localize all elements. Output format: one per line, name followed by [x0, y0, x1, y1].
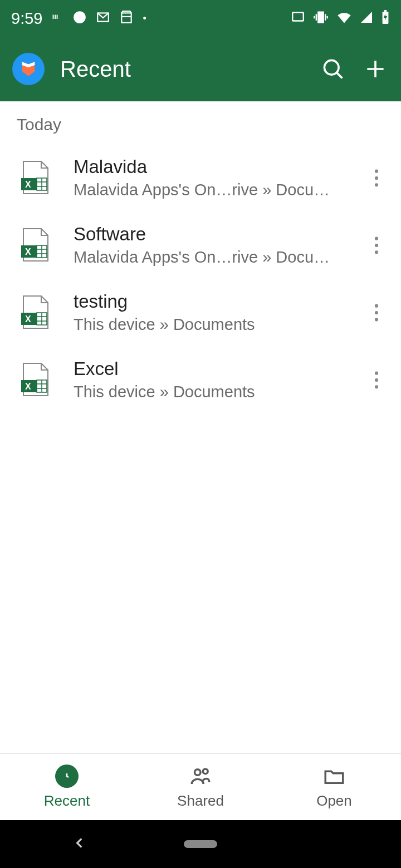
more-vertical-icon	[374, 169, 379, 187]
svg-rect-6	[384, 10, 387, 12]
excel-file-icon: X	[20, 362, 50, 398]
bottom-nav: Recent Shared Open	[0, 753, 401, 820]
svg-text:X: X	[25, 314, 31, 324]
file-more-button[interactable]	[363, 232, 390, 259]
excel-file-icon: X	[20, 228, 50, 263]
recent-icon	[55, 765, 79, 788]
svg-text:X: X	[25, 247, 31, 257]
svg-rect-2	[122, 13, 131, 22]
file-info: Software Malavida Apps's On…rive » Docum…	[74, 224, 340, 267]
file-location: Malavida Apps's On…rive » Documents	[74, 248, 340, 267]
file-location: This device » Documents	[74, 315, 340, 334]
file-more-button[interactable]	[363, 165, 390, 191]
excel-file-icon: X	[20, 295, 50, 331]
file-item[interactable]: X Software Malavida Apps's On…rive » Doc…	[0, 211, 401, 279]
search-button[interactable]	[320, 56, 346, 82]
search-icon	[321, 57, 345, 81]
system-nav-bar	[0, 820, 401, 868]
svg-point-25	[375, 250, 378, 254]
wifi-icon	[336, 9, 352, 27]
vibrate-icon	[313, 9, 329, 27]
svg-point-42	[375, 378, 378, 381]
nav-label: Shared	[177, 792, 224, 810]
nav-shared[interactable]: Shared	[134, 754, 267, 820]
svg-point-43	[375, 385, 378, 388]
svg-rect-4	[318, 12, 323, 23]
file-name: Excel	[74, 358, 340, 379]
system-back-button[interactable]	[72, 836, 87, 852]
svg-text:X: X	[25, 180, 31, 189]
status-left: 9:59 •	[11, 9, 146, 28]
content[interactable]: Today X Malavida Malavida Apps's On…rive…	[0, 101, 401, 753]
nav-label: Open	[316, 792, 352, 810]
cast-icon	[291, 10, 305, 27]
svg-point-41	[375, 371, 378, 374]
file-name: Malavida	[74, 156, 340, 177]
app-logo[interactable]	[12, 53, 45, 85]
file-info: Excel This device » Documents	[74, 358, 340, 401]
signal-icon	[360, 11, 373, 26]
svg-point-7	[324, 60, 339, 75]
plus-icon	[363, 57, 388, 81]
battery-charging-icon	[381, 10, 390, 27]
svg-point-24	[375, 243, 378, 246]
file-location: This device » Documents	[74, 383, 340, 401]
file-more-button[interactable]	[363, 299, 390, 326]
file-location: Malavida Apps's On…rive » Documents	[74, 181, 340, 199]
file-item[interactable]: X Excel This device » Documents	[0, 346, 401, 413]
nav-label: Recent	[44, 792, 90, 810]
svg-point-23	[375, 236, 378, 240]
status-bar: 9:59 •	[0, 0, 401, 37]
add-button[interactable]	[362, 56, 389, 82]
excel-file-icon: X	[20, 160, 50, 196]
more-vertical-icon	[374, 236, 379, 254]
dot-icon: •	[143, 13, 146, 24]
status-time: 9:59	[11, 9, 42, 28]
svg-point-45	[203, 769, 208, 774]
svg-point-14	[375, 169, 378, 172]
file-more-button[interactable]	[363, 367, 390, 393]
vpn-icon	[51, 11, 63, 26]
system-home-pill[interactable]	[184, 840, 217, 848]
status-right	[291, 9, 390, 27]
app-bar: Recent	[0, 37, 401, 101]
record-icon	[72, 10, 87, 27]
nav-recent[interactable]: Recent	[0, 754, 134, 820]
file-name: testing	[74, 291, 340, 312]
nav-open[interactable]: Open	[267, 754, 401, 820]
shared-icon	[189, 765, 212, 788]
svg-point-16	[375, 183, 378, 186]
svg-point-32	[375, 304, 378, 307]
file-info: testing This device » Documents	[74, 291, 340, 334]
folder-icon	[322, 765, 346, 788]
svg-point-34	[375, 318, 378, 321]
svg-text:X: X	[25, 382, 31, 391]
file-item[interactable]: X Malavida Malavida Apps's On…rive » Doc…	[0, 144, 401, 211]
section-header-today: Today	[0, 102, 401, 144]
file-item[interactable]: X testing This device » Documents	[0, 279, 401, 346]
svg-point-44	[195, 770, 201, 776]
svg-point-15	[375, 176, 378, 179]
svg-point-0	[74, 11, 86, 23]
more-vertical-icon	[374, 304, 379, 322]
calendar-icon	[119, 10, 134, 27]
file-info: Malavida Malavida Apps's On…rive » Docum…	[74, 156, 340, 199]
svg-rect-3	[292, 12, 304, 21]
gmail-icon	[96, 10, 110, 27]
svg-point-33	[375, 310, 378, 314]
more-vertical-icon	[374, 371, 379, 389]
page-title: Recent	[60, 57, 304, 82]
file-name: Software	[74, 224, 340, 245]
